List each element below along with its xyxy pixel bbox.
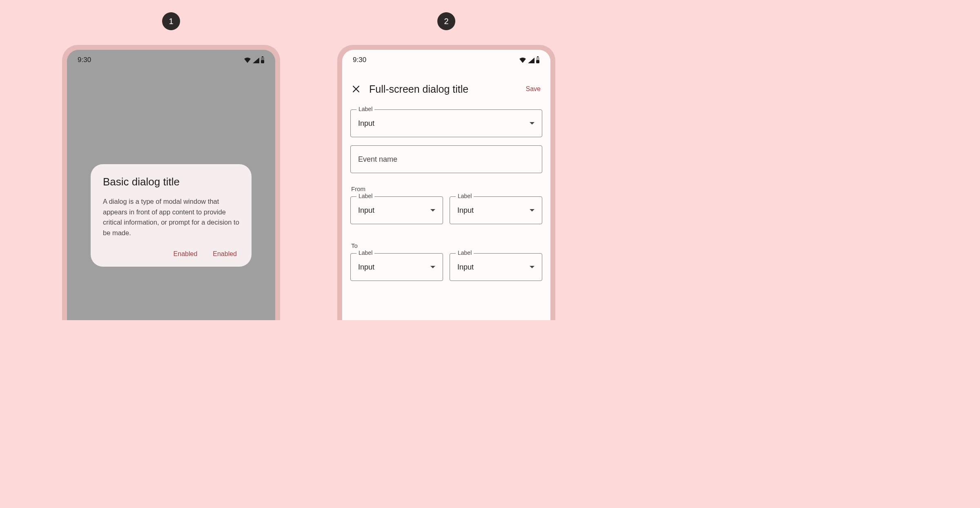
field-label: Label: [456, 250, 474, 256]
wifi-icon: [243, 57, 252, 64]
field-value: Input: [457, 263, 530, 272]
wifi-icon: [519, 57, 527, 64]
chevron-down-icon: [530, 122, 535, 125]
chevron-down-icon: [530, 266, 535, 268]
status-icons: [243, 56, 265, 64]
field-label: Label: [456, 193, 474, 199]
chevron-down-icon: [530, 209, 535, 212]
status-time: 9:30: [353, 56, 366, 64]
from-dropdown-a[interactable]: Label Input: [350, 196, 443, 224]
field-value: Input: [457, 206, 530, 215]
phone-frame-2: 9:30 Full-screen dialog title Save: [337, 45, 555, 320]
dialog-actions: Enabled Enabled: [103, 250, 239, 258]
cell-icon: [252, 57, 260, 64]
close-icon[interactable]: [350, 83, 362, 95]
battery-icon: [536, 56, 540, 64]
fullscreen-form: Label Input Event name From Label Input: [342, 102, 550, 287]
svg-rect-3: [537, 56, 539, 57]
field-value: Input: [358, 263, 430, 272]
field-value: Input: [358, 206, 430, 215]
svg-rect-2: [261, 60, 264, 63]
battery-icon: [261, 56, 265, 64]
field-placeholder: Event name: [358, 155, 397, 164]
label-dropdown-1[interactable]: Label Input: [350, 109, 542, 137]
fullscreen-header: Full-screen dialog title Save: [342, 76, 550, 102]
dialog-title: Basic dialog title: [103, 176, 239, 188]
dialog-action-1[interactable]: Enabled: [174, 250, 198, 258]
example-badge-2: 2: [437, 12, 455, 30]
status-time: 9:30: [78, 56, 91, 64]
chevron-down-icon: [430, 209, 435, 212]
dialog-action-2[interactable]: Enabled: [213, 250, 237, 258]
example-badge-1: 1: [162, 12, 180, 30]
cell-icon: [528, 57, 535, 64]
fullscreen-title: Full-screen dialog title: [369, 83, 526, 95]
svg-rect-5: [536, 60, 539, 63]
status-bar: 9:30: [342, 50, 550, 70]
to-dropdown-b[interactable]: Label Input: [450, 253, 542, 281]
field-value: Input: [358, 119, 530, 128]
field-label: Label: [356, 250, 374, 256]
from-heading: From: [351, 185, 542, 192]
event-name-input[interactable]: Event name: [350, 145, 542, 173]
dialog-body: A dialog is a type of modal window that …: [103, 196, 239, 238]
status-bar: 9:30: [67, 50, 275, 70]
phone-frame-1: 9:30 Basic dialog title A dialog is a ty…: [62, 45, 280, 320]
basic-dialog: Basic dialog title A dialog is a type of…: [91, 164, 252, 267]
status-icons: [519, 56, 540, 64]
to-heading: To: [351, 242, 542, 249]
chevron-down-icon: [430, 266, 435, 268]
screen-2: 9:30 Full-screen dialog title Save: [342, 50, 550, 320]
screen-1: 9:30 Basic dialog title A dialog is a ty…: [67, 50, 275, 320]
to-dropdown-a[interactable]: Label Input: [350, 253, 443, 281]
svg-rect-0: [262, 56, 263, 57]
field-label: Label: [356, 193, 374, 199]
save-button[interactable]: Save: [526, 85, 541, 93]
from-dropdown-b[interactable]: Label Input: [450, 196, 542, 224]
field-label: Label: [356, 106, 374, 112]
